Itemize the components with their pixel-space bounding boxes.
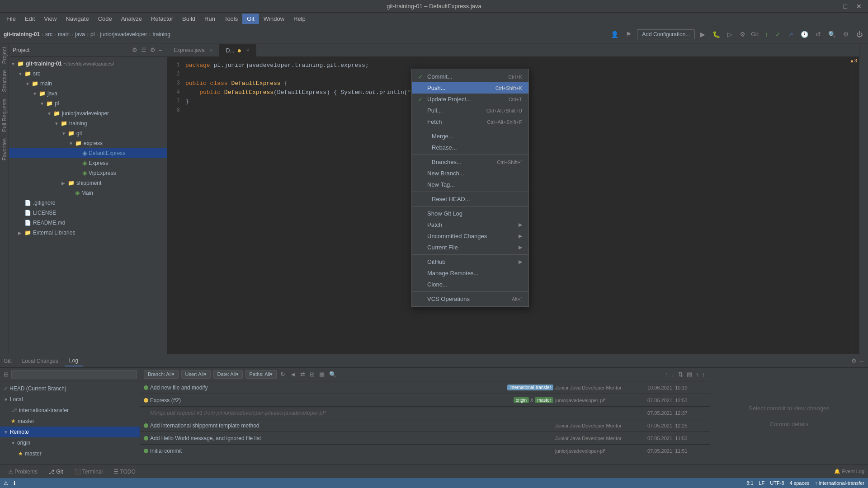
tab-git-bar[interactable]: ⎇ Git bbox=[44, 467, 68, 477]
breadcrumb-pl[interactable]: pl bbox=[90, 31, 94, 38]
tree-item-express-file[interactable]: ▶ ◉ Express bbox=[9, 158, 167, 168]
tab-problems[interactable]: ⚠ Problems bbox=[4, 467, 42, 477]
ctx-fetch[interactable]: Fetch Ctrl+Alt+Shift+F bbox=[412, 116, 528, 127]
tree-item-root[interactable]: ▼ 📁 git-training-01 ~/dev/dev/workspaces… bbox=[9, 59, 167, 69]
tab-defaultexpress-close[interactable]: ✕ bbox=[246, 48, 250, 53]
menu-run[interactable]: Run bbox=[200, 14, 220, 24]
minus-icon[interactable]: – bbox=[158, 46, 163, 54]
vcs-icon[interactable]: ⚑ bbox=[624, 30, 633, 39]
ctx-manage-remotes[interactable]: Manage Remotes... bbox=[412, 267, 528, 279]
branch-local-master[interactable]: ★ master bbox=[0, 416, 140, 427]
tab-express[interactable]: Express.java ✕ bbox=[167, 44, 220, 56]
close-button[interactable]: ✕ bbox=[854, 2, 864, 11]
ctx-commit[interactable]: ✓ Commit... Ctrl+K bbox=[412, 71, 528, 82]
tab-terminal[interactable]: ⬛ Terminal bbox=[70, 467, 107, 477]
search2-icon[interactable]: 🔍 bbox=[328, 370, 337, 379]
tree-item-pl[interactable]: ▼ 📁 pl bbox=[9, 99, 167, 108]
commit-row-4[interactable]: Add international shippemnt template met… bbox=[140, 419, 710, 432]
prev-commit-icon[interactable]: ↑ bbox=[664, 370, 669, 379]
tab-todo[interactable]: ☰ TODO bbox=[109, 467, 140, 477]
sidebar-favorites-icon[interactable]: Favorites bbox=[0, 136, 9, 162]
collapse-icon[interactable]: ◄ bbox=[289, 370, 297, 379]
branch-international-transfer[interactable]: ⎇ international-transfer bbox=[0, 405, 140, 416]
search-icon[interactable]: 🔍 bbox=[826, 30, 838, 39]
ctx-new-tag[interactable]: New Tag... bbox=[412, 179, 528, 190]
columns-icon[interactable]: ⫶ bbox=[695, 370, 700, 379]
paths-filter-btn[interactable]: Paths: All▾ bbox=[245, 370, 277, 379]
ctx-show-git-log[interactable]: Show Git Log bbox=[412, 208, 528, 219]
next-commit-icon[interactable]: ↓ bbox=[670, 370, 675, 379]
breadcrumb-java[interactable]: java bbox=[75, 31, 85, 38]
tree-item-main[interactable]: ▼ 📁 main bbox=[9, 79, 167, 89]
ctx-patch[interactable]: Patch ▶ bbox=[412, 219, 528, 230]
coverage-icon[interactable]: ▷ bbox=[726, 30, 734, 39]
ctx-merge[interactable]: ✓ Merge... bbox=[412, 131, 528, 142]
tab-defaultexpress[interactable]: D... ● ✕ bbox=[220, 44, 256, 56]
git-update-icon[interactable]: ↗ bbox=[786, 30, 795, 39]
breadcrumb-junior[interactable]: juniorjavadeveloper bbox=[100, 31, 147, 38]
bottom-settings-icon[interactable]: ⚙ bbox=[850, 357, 858, 365]
tree-item-defaultexpress[interactable]: ▶ ◉ DefaultExpress bbox=[9, 148, 167, 158]
settings-icon[interactable]: ⚙ bbox=[738, 30, 747, 39]
breadcrumb-main[interactable]: main bbox=[58, 31, 70, 38]
ctx-reset-head[interactable]: ✓ Reset HEAD... bbox=[412, 193, 528, 205]
ctx-github[interactable]: GitHub ▶ bbox=[412, 256, 528, 267]
menu-navigate[interactable]: Navigate bbox=[61, 14, 93, 24]
ctx-push[interactable]: Push... Ctrl+Shift+K bbox=[412, 82, 528, 94]
merge-icon[interactable]: ⇄ bbox=[299, 370, 306, 379]
menu-file[interactable]: File bbox=[2, 14, 20, 24]
sidebar-structure-icon[interactable]: Structure bbox=[0, 68, 9, 94]
date-filter-btn[interactable]: Date: All▾ bbox=[213, 370, 243, 379]
power-icon[interactable]: ⏻ bbox=[854, 30, 864, 39]
ctx-uncommitted[interactable]: Uncommitted Changes ▶ bbox=[412, 230, 528, 242]
tree-item-main-file[interactable]: ▶ ◉ Main bbox=[9, 188, 167, 198]
git-push-icon[interactable]: ↑ bbox=[763, 30, 770, 39]
tree-item-readme[interactable]: ▶ 📄 README.md bbox=[9, 218, 167, 228]
pin-icon[interactable]: ⊞ bbox=[309, 370, 316, 379]
add-configuration-button[interactable]: Add Configuration... bbox=[637, 29, 695, 39]
sidebar-pullrequests-icon[interactable]: Pull Requests bbox=[0, 97, 9, 134]
gear-small-icon[interactable]: ⚙ bbox=[131, 46, 138, 54]
commit-row-3[interactable]: Merge pull request #1 from juniorjavadev… bbox=[140, 407, 710, 419]
tab-local-changes[interactable]: Local Changes bbox=[18, 356, 63, 366]
tree-item-vipexpress[interactable]: ▶ ◉ VipExpress bbox=[9, 168, 167, 178]
ctx-current-file[interactable]: Current File ▶ bbox=[412, 242, 528, 253]
git-context-menu[interactable]: ✓ Commit... Ctrl+K Push... Ctrl+Shift+K … bbox=[411, 69, 529, 307]
ctx-clone[interactable]: Clone... bbox=[412, 279, 528, 290]
sidebar-project-icon[interactable]: Project bbox=[0, 45, 9, 66]
filter3-icon[interactable]: ▤ bbox=[686, 370, 693, 379]
commit-row-1[interactable]: Add new file and modify international-tr… bbox=[140, 381, 710, 394]
filter2-icon[interactable]: ▦ bbox=[318, 370, 326, 379]
tab-log[interactable]: Log bbox=[65, 356, 83, 366]
menu-view[interactable]: View bbox=[39, 14, 61, 24]
minimize-button[interactable]: – bbox=[828, 2, 837, 11]
menu-analyze[interactable]: Analyze bbox=[117, 14, 146, 24]
tree-item-src[interactable]: ▼ 📁 src bbox=[9, 69, 167, 79]
tree-item-extlibs[interactable]: ▶ 📁 External Libraries bbox=[9, 228, 167, 238]
breadcrumb-project[interactable]: git-training-01 bbox=[4, 31, 40, 38]
breadcrumb-src[interactable]: src bbox=[45, 31, 52, 38]
ctx-update[interactable]: ✓ Update Project... Ctrl+T bbox=[412, 94, 528, 105]
menu-code[interactable]: Code bbox=[94, 14, 117, 24]
tree-item-training[interactable]: ▼ 📁 training bbox=[9, 118, 167, 128]
ctx-pull[interactable]: Pull... Ctrl+Alt+Shift+U bbox=[412, 105, 528, 116]
expand-icon[interactable]: ⊞ bbox=[3, 370, 9, 379]
refresh-icon[interactable]: ↻ bbox=[279, 370, 286, 379]
menu-build[interactable]: Build bbox=[178, 14, 200, 24]
profile-icon[interactable]: 👤 bbox=[609, 30, 620, 39]
tree-item-shippment[interactable]: ▶ 📁 shippment bbox=[9, 178, 167, 188]
git-history-icon[interactable]: 🕐 bbox=[799, 30, 810, 39]
menu-git[interactable]: Git bbox=[242, 14, 259, 24]
commit-row-6[interactable]: Initial commit juniorjavadeveloper-pl* 0… bbox=[140, 445, 710, 457]
tree-item-license[interactable]: ▶ 📄 LICENSE bbox=[9, 208, 167, 218]
menu-help[interactable]: Help bbox=[289, 14, 310, 24]
branch-filter-btn[interactable]: Branch: All▾ bbox=[144, 370, 179, 379]
menu-window[interactable]: Window bbox=[259, 14, 289, 24]
ctx-rebase[interactable]: ✓ Rebase... bbox=[412, 142, 528, 153]
ctx-vcs-operations[interactable]: VCS Operations Alt+` bbox=[412, 293, 528, 305]
tree-item-express[interactable]: ▼ 📁 express bbox=[9, 138, 167, 148]
bottom-close-icon[interactable]: – bbox=[859, 357, 864, 365]
tab-express-close[interactable]: ✕ bbox=[209, 48, 213, 53]
layout-icon[interactable]: ☰ bbox=[140, 46, 147, 54]
branch-remote-group[interactable]: ▼ Remote bbox=[0, 427, 140, 437]
